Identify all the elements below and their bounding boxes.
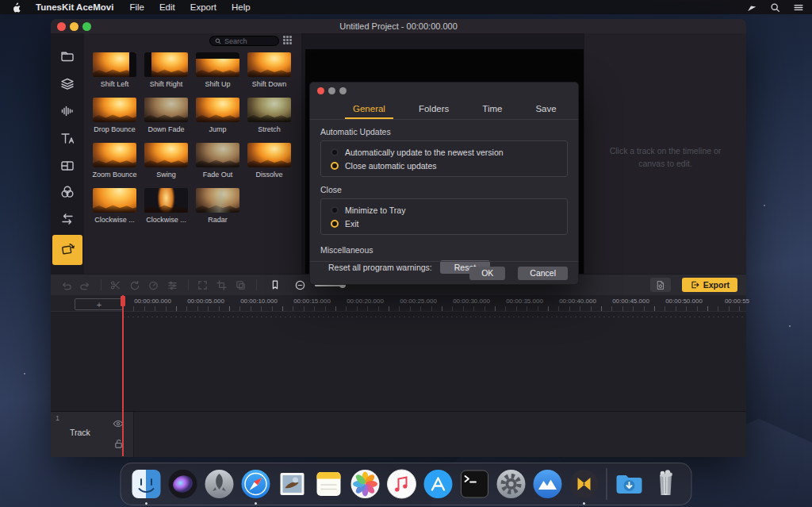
spotlight-search-icon[interactable]: [770, 2, 780, 13]
menu-item-export[interactable]: Export: [190, 2, 216, 12]
dock-safari-icon[interactable]: [238, 463, 274, 505]
dock-system-preferences-icon[interactable]: [493, 463, 530, 505]
radio-option-minimize-to-tray[interactable]: Minimize to Tray: [331, 203, 567, 217]
radio-icon-selected[interactable]: [331, 162, 339, 170]
export-label: Export: [703, 280, 730, 290]
minimize-window-button[interactable]: [70, 22, 79, 31]
dock-itunes-icon[interactable]: [384, 463, 420, 505]
split-icon[interactable]: [109, 279, 121, 291]
transitions-panel: Search Shift Left Shift Right Shift Up S…: [84, 33, 301, 274]
menu-item-help[interactable]: Help: [232, 2, 251, 12]
media-folder-icon: [59, 48, 75, 67]
radio-option-close-updates[interactable]: Close automatic updates: [331, 159, 567, 172]
sidebar-item-media[interactable]: [52, 44, 82, 71]
transition-item[interactable]: Radar: [192, 188, 243, 224]
timeline-body[interactable]: [51, 311, 746, 411]
transition-item[interactable]: Fade Out: [192, 143, 243, 179]
dialog-titlebar[interactable]: [310, 83, 578, 98]
menu-app-name[interactable]: TunesKit AceMovi: [36, 2, 113, 12]
tab-general[interactable]: General: [351, 99, 387, 118]
transition-item[interactable]: Clockwise ...: [140, 188, 192, 224]
window-titlebar[interactable]: Untitled Project - 00:00:00.000: [51, 19, 746, 33]
track-lane[interactable]: [133, 412, 746, 457]
rotate-icon[interactable]: [128, 279, 140, 291]
radio-icon-selected[interactable]: [331, 220, 339, 228]
undo-icon[interactable]: [60, 279, 72, 291]
sidebar-item-filters[interactable]: [52, 180, 82, 207]
export-button[interactable]: Export: [682, 278, 737, 292]
transition-item[interactable]: Shift Up: [192, 52, 243, 88]
timeline-ruler[interactable]: 00:00:00.00000:00:05.00000:00:10.00000:0…: [51, 295, 746, 311]
track-row[interactable]: 1 Track: [51, 411, 746, 456]
notification-list-icon[interactable]: [793, 2, 804, 13]
zoom-out-icon[interactable]: [294, 279, 306, 291]
transition-item[interactable]: Jump: [192, 98, 243, 133]
transition-item[interactable]: Swing: [140, 143, 192, 179]
zoom-window-button[interactable]: [82, 22, 91, 31]
playhead-handle[interactable]: [121, 296, 125, 306]
adjust-icon[interactable]: [167, 279, 178, 291]
filters-icon: [59, 184, 75, 203]
transition-item[interactable]: Stretch: [243, 98, 295, 133]
radio-icon-unselected[interactable]: [331, 206, 339, 214]
radio-option-exit[interactable]: Exit: [331, 217, 567, 230]
dock-mail-icon[interactable]: [274, 463, 311, 505]
radio-option-auto-update[interactable]: Automatically update to the newest versi…: [331, 145, 567, 159]
playhead[interactable]: [122, 295, 124, 456]
layers-icon: [59, 76, 75, 95]
marker-icon[interactable]: [270, 278, 281, 291]
cancel-button[interactable]: Cancel: [518, 267, 568, 280]
transition-label: Swing: [156, 171, 176, 179]
track-header[interactable]: 1 Track: [51, 412, 133, 457]
redo-icon[interactable]: [79, 279, 91, 291]
dock: [121, 463, 692, 505]
transition-thumbnail: [196, 188, 239, 213]
dock-downloads-icon[interactable]: [611, 463, 648, 505]
transition-item[interactable]: Shift Left: [89, 52, 140, 88]
transition-item[interactable]: Clockwise ...: [89, 188, 140, 224]
sidebar-item-elements[interactable]: [52, 72, 82, 99]
ok-button[interactable]: OK: [469, 267, 505, 280]
menu-item-file[interactable]: File: [129, 2, 144, 12]
transition-item[interactable]: Drop Bounce: [89, 98, 140, 133]
tab-save[interactable]: Save: [534, 99, 557, 118]
close-window-button[interactable]: [57, 22, 66, 31]
sidebar-item-animation[interactable]: [52, 235, 82, 265]
mask-icon[interactable]: [235, 279, 247, 291]
dock-finder-icon[interactable]: [128, 463, 165, 505]
sidebar-item-transitions[interactable]: [52, 207, 82, 234]
menu-item-edit[interactable]: Edit: [159, 2, 175, 12]
dock-launchpad-icon[interactable]: [201, 463, 238, 505]
transition-item[interactable]: Zoom Bounce: [89, 143, 140, 179]
dock-tuneskit-icon[interactable]: [530, 463, 566, 505]
dock-terminal-icon[interactable]: [457, 463, 493, 505]
dock-photos-icon[interactable]: [347, 463, 384, 505]
running-indicator: [583, 502, 585, 505]
transition-item[interactable]: Down Fade: [140, 98, 192, 133]
dock-acemovi-icon[interactable]: [566, 463, 603, 505]
transition-item[interactable]: Dissolve: [243, 143, 295, 179]
sidebar-item-audio[interactable]: [52, 99, 82, 126]
search-input[interactable]: Search: [209, 36, 279, 46]
sidebar-item-text[interactable]: [52, 126, 82, 153]
speed-icon[interactable]: [147, 279, 159, 291]
add-track-button[interactable]: +: [75, 298, 124, 310]
zoom-fit-icon[interactable]: [197, 279, 209, 291]
dialog-close-button[interactable]: [317, 87, 324, 94]
dock-app-store-icon[interactable]: [420, 463, 457, 505]
radio-icon-unselected[interactable]: [331, 148, 339, 156]
transition-item[interactable]: Shift Down: [243, 52, 295, 88]
transition-item[interactable]: Shift Right: [140, 52, 192, 88]
dock-notes-icon[interactable]: [311, 463, 347, 505]
dock-siri-icon[interactable]: [165, 463, 201, 505]
grid-view-icon[interactable]: [283, 36, 293, 46]
crop-icon[interactable]: [216, 279, 228, 291]
apple-menu-icon[interactable]: [11, 2, 21, 13]
tab-time[interactable]: Time: [481, 99, 504, 118]
transition-thumbnail: [196, 98, 239, 122]
project-settings-icon[interactable]: [650, 278, 671, 292]
status-arrow-icon[interactable]: [746, 2, 757, 13]
tab-folders[interactable]: Folders: [417, 99, 450, 118]
sidebar-item-split-screen[interactable]: [52, 154, 82, 181]
dock-trash-icon[interactable]: [648, 463, 684, 505]
